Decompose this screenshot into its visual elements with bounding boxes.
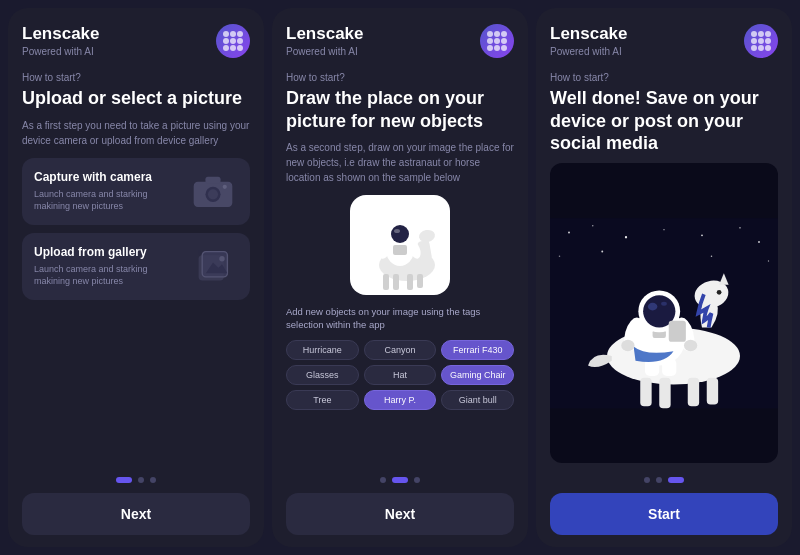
logo-dot bbox=[223, 38, 229, 44]
tag-harry-p[interactable]: Harry P. bbox=[364, 390, 437, 410]
screen2-content: Add new objects on your image using the … bbox=[286, 195, 514, 471]
svg-point-53 bbox=[621, 339, 634, 350]
svg-point-12 bbox=[418, 229, 436, 244]
screen-2: Lenscake Powered with AI How to start? D bbox=[272, 8, 528, 547]
screen3-header: Lenscake Powered with AI bbox=[550, 24, 778, 58]
logo-dot bbox=[751, 45, 757, 51]
logo-dot bbox=[230, 38, 236, 44]
screen1-content: Capture with camera Launch camera and st… bbox=[22, 158, 250, 472]
screen2-next-button[interactable]: Next bbox=[286, 493, 514, 535]
svg-point-4 bbox=[223, 185, 227, 189]
logo-dot bbox=[494, 38, 500, 44]
svg-point-28 bbox=[663, 228, 664, 229]
logo-dot bbox=[751, 38, 757, 44]
svg-point-25 bbox=[568, 231, 570, 233]
svg-point-9 bbox=[219, 256, 224, 261]
tag-hat[interactable]: Hat bbox=[364, 365, 437, 385]
svg-rect-13 bbox=[383, 274, 389, 290]
screen1-next-button[interactable]: Next bbox=[22, 493, 250, 535]
screen2-brand: Lenscake Powered with AI bbox=[286, 24, 364, 57]
logo-dot bbox=[223, 31, 229, 37]
logo-dot bbox=[230, 45, 236, 51]
tag-gaming-chair[interactable]: Gaming Chair bbox=[441, 365, 514, 385]
svg-point-27 bbox=[625, 236, 627, 238]
logo-dot bbox=[494, 31, 500, 37]
dot-3-1 bbox=[644, 477, 650, 483]
logo-dot bbox=[230, 31, 236, 37]
logo-grid-3 bbox=[751, 31, 771, 51]
svg-rect-45 bbox=[662, 358, 676, 375]
svg-point-38 bbox=[717, 289, 722, 294]
tags-grid: Hurricane Canyon Ferrari F430 Glasses Ha… bbox=[286, 340, 514, 410]
svg-point-35 bbox=[711, 255, 713, 257]
screen2-image-container bbox=[286, 195, 514, 295]
screen2-brand-subtitle: Powered with AI bbox=[286, 46, 364, 57]
svg-rect-42 bbox=[707, 377, 718, 404]
capture-camera-text: Capture with camera Launch camera and st… bbox=[34, 170, 154, 213]
logo-dot bbox=[758, 31, 764, 37]
screen2-how-to-start: How to start? bbox=[286, 72, 514, 83]
logo-dot bbox=[494, 45, 500, 51]
tag-hurricane[interactable]: Hurricane bbox=[286, 340, 359, 360]
upload-gallery-title: Upload from gallery bbox=[34, 245, 154, 259]
svg-rect-55 bbox=[669, 320, 686, 341]
capture-camera-card[interactable]: Capture with camera Launch camera and st… bbox=[22, 158, 250, 225]
astronaut-box bbox=[350, 195, 450, 295]
svg-rect-23 bbox=[393, 245, 407, 255]
dot-2-3 bbox=[414, 477, 420, 483]
svg-point-49 bbox=[648, 302, 658, 310]
screen2-pagination bbox=[286, 471, 514, 483]
screen-3: Lenscake Powered with AI How to start? W bbox=[536, 8, 792, 547]
dot-1-2 bbox=[138, 477, 144, 483]
upload-gallery-desc: Launch camera and starking makining new … bbox=[34, 263, 154, 288]
tag-ferrari[interactable]: Ferrari F430 bbox=[441, 340, 514, 360]
tag-glasses[interactable]: Glasses bbox=[286, 365, 359, 385]
logo-dot bbox=[765, 38, 771, 44]
astronaut-horse-icon bbox=[355, 200, 445, 290]
svg-rect-39 bbox=[640, 377, 651, 406]
astronaut-horse-image bbox=[550, 163, 778, 464]
astro-horse-scene bbox=[550, 163, 778, 464]
screen3-pagination bbox=[550, 471, 778, 483]
svg-point-19 bbox=[391, 225, 409, 243]
logo-dot bbox=[765, 31, 771, 37]
screen3-heading: Well done! Save on your device or post o… bbox=[550, 87, 778, 155]
gallery-icon-wrapper bbox=[188, 246, 238, 286]
svg-point-50 bbox=[661, 301, 667, 305]
screen3-brand: Lenscake Powered with AI bbox=[550, 24, 628, 57]
screen1-brand-title: Lenscake bbox=[22, 24, 100, 44]
upload-gallery-card[interactable]: Upload from gallery Launch camera and st… bbox=[22, 233, 250, 300]
tag-canyon[interactable]: Canyon bbox=[364, 340, 437, 360]
screens-container: Lenscake Powered with AI How to start? U bbox=[0, 0, 800, 555]
svg-point-34 bbox=[601, 250, 603, 252]
screen1-brand-subtitle: Powered with AI bbox=[22, 46, 100, 57]
screen3-brand-subtitle: Powered with AI bbox=[550, 46, 628, 57]
screen2-brand-title: Lenscake bbox=[286, 24, 364, 44]
logo-dot bbox=[501, 38, 507, 44]
capture-camera-title: Capture with camera bbox=[34, 170, 154, 184]
tag-tree[interactable]: Tree bbox=[286, 390, 359, 410]
screen1-pagination bbox=[22, 471, 250, 483]
svg-rect-15 bbox=[407, 274, 413, 290]
logo-dot bbox=[487, 38, 493, 44]
screen1-description: As a first step you need to take a pictu… bbox=[22, 118, 250, 148]
logo-dot bbox=[237, 31, 243, 37]
svg-point-33 bbox=[768, 260, 769, 261]
svg-point-31 bbox=[758, 240, 760, 242]
screen3-start-button[interactable]: Start bbox=[550, 493, 778, 535]
tag-giant-bull[interactable]: Giant bull bbox=[441, 390, 514, 410]
screen1-heading: Upload or select a picture bbox=[22, 87, 250, 110]
screen3-content bbox=[550, 163, 778, 472]
screen2-logo bbox=[480, 24, 514, 58]
dot-3-active bbox=[668, 477, 684, 483]
screen1-brand: Lenscake Powered with AI bbox=[22, 24, 100, 57]
screen2-heading: Draw the place on your picture for new o… bbox=[286, 87, 514, 132]
logo-dot bbox=[237, 38, 243, 44]
svg-point-20 bbox=[394, 229, 400, 233]
screen1-how-to-start: How to start? bbox=[22, 72, 250, 83]
svg-point-26 bbox=[592, 225, 594, 227]
logo-dot bbox=[487, 31, 493, 37]
logo-dot bbox=[501, 45, 507, 51]
screen2-header: Lenscake Powered with AI bbox=[286, 24, 514, 58]
svg-point-54 bbox=[684, 339, 697, 350]
